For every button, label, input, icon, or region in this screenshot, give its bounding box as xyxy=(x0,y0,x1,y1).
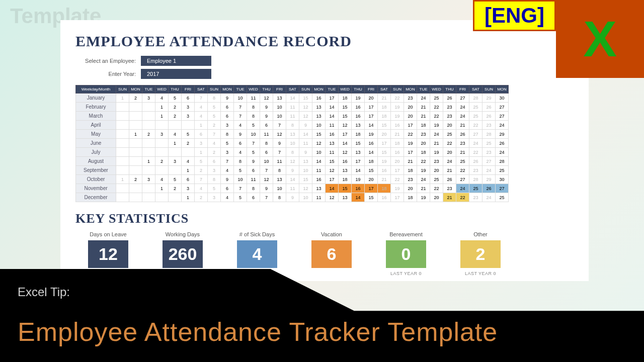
day-cell[interactable]: 8 xyxy=(221,130,234,139)
day-cell[interactable]: 1 xyxy=(155,184,169,193)
day-cell[interactable]: 6 xyxy=(260,148,273,157)
day-cell[interactable]: 1 xyxy=(195,148,208,157)
day-cell[interactable]: 25 xyxy=(443,130,456,139)
day-cell[interactable]: 9 xyxy=(221,175,234,184)
day-cell[interactable]: 13 xyxy=(312,103,326,112)
day-cell[interactable]: 12 xyxy=(326,166,339,175)
day-cell[interactable]: 24 xyxy=(496,121,509,130)
day-cell[interactable]: 21 xyxy=(443,166,456,175)
day-cell[interactable]: 17 xyxy=(391,166,404,175)
day-cell[interactable]: 2 xyxy=(142,130,155,139)
day-cell[interactable]: 22 xyxy=(430,112,443,121)
day-cell[interactable]: 5 xyxy=(247,121,260,130)
day-cell[interactable]: 4 xyxy=(169,130,182,139)
day-cell[interactable]: 6 xyxy=(221,184,234,193)
day-cell[interactable]: 4 xyxy=(208,139,221,148)
day-cell[interactable]: 4 xyxy=(234,148,247,157)
day-cell[interactable]: 15 xyxy=(299,94,312,103)
day-cell[interactable]: 16 xyxy=(378,193,391,202)
day-cell[interactable]: 19 xyxy=(391,103,404,112)
day-cell[interactable]: 2 xyxy=(182,139,195,148)
day-cell[interactable]: 4 xyxy=(195,103,208,112)
day-cell[interactable]: 21 xyxy=(430,139,443,148)
day-cell[interactable]: 22 xyxy=(417,157,430,166)
day-cell[interactable]: 7 xyxy=(221,157,234,166)
day-cell[interactable]: 27 xyxy=(456,175,469,184)
day-cell[interactable]: 8 xyxy=(273,193,286,202)
day-cell[interactable]: 1 xyxy=(182,166,195,175)
day-cell[interactable]: 6 xyxy=(260,121,273,130)
day-cell[interactable]: 15 xyxy=(378,121,391,130)
day-cell[interactable] xyxy=(142,103,155,112)
day-cell[interactable]: 18 xyxy=(391,139,404,148)
day-cell[interactable]: 9 xyxy=(299,148,312,157)
day-cell[interactable]: 21 xyxy=(456,148,469,157)
day-cell[interactable]: 16 xyxy=(352,184,365,193)
day-cell[interactable]: 13 xyxy=(339,166,352,175)
day-cell[interactable]: 21 xyxy=(456,121,469,130)
day-cell[interactable]: 3 xyxy=(142,175,155,184)
day-cell[interactable] xyxy=(142,148,155,157)
day-cell[interactable]: 20 xyxy=(404,184,417,193)
day-cell[interactable]: 3 xyxy=(208,166,221,175)
day-cell[interactable]: 19 xyxy=(391,184,404,193)
day-cell[interactable]: 6 xyxy=(221,112,234,121)
day-cell[interactable]: 18 xyxy=(404,193,417,202)
day-cell[interactable]: 9 xyxy=(286,193,299,202)
day-cell[interactable]: 24 xyxy=(417,175,430,184)
day-cell[interactable]: 12 xyxy=(339,148,352,157)
day-cell[interactable]: 17 xyxy=(326,94,339,103)
day-cell[interactable]: 22 xyxy=(391,94,404,103)
day-cell[interactable]: 20 xyxy=(365,94,378,103)
day-cell[interactable]: 12 xyxy=(286,157,299,166)
day-cell[interactable]: 14 xyxy=(365,148,378,157)
day-cell[interactable]: 2 xyxy=(208,148,221,157)
day-cell[interactable] xyxy=(169,193,182,202)
day-cell[interactable]: 15 xyxy=(299,175,312,184)
day-cell[interactable] xyxy=(155,148,169,157)
day-cell[interactable]: 18 xyxy=(339,175,352,184)
day-cell[interactable]: 2 xyxy=(129,94,142,103)
day-cell[interactable]: 26 xyxy=(443,94,456,103)
day-cell[interactable]: 5 xyxy=(208,103,221,112)
day-cell[interactable]: 17 xyxy=(391,193,404,202)
day-cell[interactable]: 13 xyxy=(286,130,299,139)
day-cell[interactable]: 9 xyxy=(234,130,247,139)
day-cell[interactable]: 12 xyxy=(312,139,326,148)
day-cell[interactable]: 7 xyxy=(247,139,260,148)
day-cell[interactable]: 10 xyxy=(286,139,299,148)
day-cell[interactable] xyxy=(142,112,155,121)
day-cell[interactable] xyxy=(129,139,142,148)
day-cell[interactable] xyxy=(142,166,155,175)
day-cell[interactable]: 19 xyxy=(391,112,404,121)
day-cell[interactable]: 8 xyxy=(234,157,247,166)
day-cell[interactable]: 7 xyxy=(195,175,208,184)
day-cell[interactable]: 9 xyxy=(247,157,260,166)
day-cell[interactable]: 6 xyxy=(234,139,247,148)
day-cell[interactable]: 12 xyxy=(260,94,273,103)
day-cell[interactable]: 27 xyxy=(469,130,482,139)
day-cell[interactable]: 3 xyxy=(221,121,234,130)
day-cell[interactable]: 29 xyxy=(496,130,509,139)
day-cell[interactable]: 17 xyxy=(365,103,378,112)
day-cell[interactable]: 21 xyxy=(378,94,391,103)
day-cell[interactable]: 2 xyxy=(195,166,208,175)
day-cell[interactable]: 17 xyxy=(404,148,417,157)
day-cell[interactable]: 24 xyxy=(469,139,482,148)
day-cell[interactable]: 4 xyxy=(221,193,234,202)
day-cell[interactable]: 21 xyxy=(404,157,417,166)
day-cell[interactable]: 22 xyxy=(391,175,404,184)
day-cell[interactable]: 14 xyxy=(326,103,339,112)
day-cell[interactable]: 7 xyxy=(273,148,286,157)
day-cell[interactable]: 3 xyxy=(169,157,182,166)
day-cell[interactable] xyxy=(142,184,155,193)
day-cell[interactable]: 5 xyxy=(182,130,195,139)
day-cell[interactable]: 22 xyxy=(469,121,482,130)
day-cell[interactable]: 11 xyxy=(247,94,260,103)
day-cell[interactable]: 16 xyxy=(339,157,352,166)
day-cell[interactable]: 21 xyxy=(417,112,430,121)
day-cell[interactable] xyxy=(116,157,129,166)
day-cell[interactable]: 1 xyxy=(155,112,169,121)
day-cell[interactable]: 12 xyxy=(326,193,339,202)
day-cell[interactable]: 5 xyxy=(169,175,182,184)
